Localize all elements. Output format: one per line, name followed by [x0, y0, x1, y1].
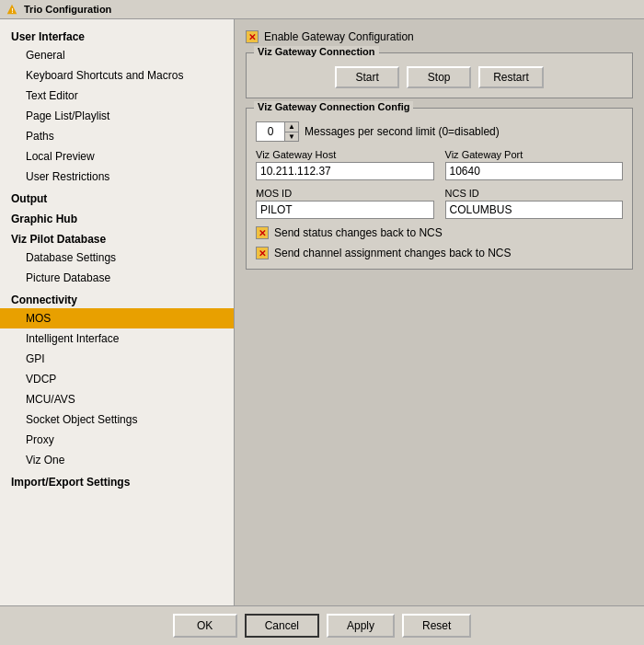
title-bar: ! Trio Configuration	[0, 0, 644, 19]
spinner-down-button[interactable]: ▼	[285, 132, 298, 142]
sidebar-section-header-output: Output	[0, 187, 234, 207]
sidebar-section-header-user-interface: User Interface	[0, 25, 234, 45]
connection-group: Viz Gateway Connection Start Stop Restar…	[246, 52, 633, 98]
sidebar-section-header-connectivity: Connectivity	[0, 288, 234, 308]
sidebar-item-gpi[interactable]: GPI	[0, 349, 234, 369]
channel-checkbox-label: Send channel assignment changes back to …	[274, 247, 512, 259]
mos-label: MOS ID	[256, 188, 434, 199]
host-input[interactable]	[256, 162, 434, 180]
cancel-button[interactable]: Cancel	[245, 614, 319, 638]
sidebar-item-page-list[interactable]: Page List/Playlist	[0, 106, 234, 126]
sidebar-section-header-import/export-settings: Import/Export Settings	[0, 470, 234, 490]
stop-button[interactable]: Stop	[407, 66, 471, 88]
sidebar-item-text-editor[interactable]: Text Editor	[0, 86, 234, 106]
ncs-label: NCS ID	[445, 188, 624, 199]
status-checkbox-label: Send status changes back to NCS	[274, 226, 443, 239]
sidebar-item-paths[interactable]: Paths	[0, 126, 234, 146]
sidebar-item-user-restrictions[interactable]: User Restrictions	[0, 167, 234, 187]
enable-gateway-label: Enable Gateway Configuration	[264, 30, 414, 43]
sidebar-item-picture-db[interactable]: Picture Database	[0, 268, 234, 288]
restart-button[interactable]: Restart	[478, 66, 544, 88]
ncs-input[interactable]	[445, 201, 624, 219]
host-label: Viz Gateway Host	[256, 149, 434, 160]
title-bar-label: Trio Configuration	[24, 4, 111, 15]
channel-checkbox-row: Send channel assignment changes back to …	[256, 247, 623, 259]
sidebar-item-vdcp[interactable]: VDCP	[0, 369, 234, 389]
enable-gateway-checkbox[interactable]	[246, 30, 259, 43]
connection-btn-row: Start Stop Restart	[256, 66, 623, 88]
sidebar-item-local-preview[interactable]: Local Preview	[0, 146, 234, 167]
sidebar-section-header-viz-pilot-database: Viz Pilot Database	[0, 227, 234, 248]
config-grid: Viz Gateway Host Viz Gateway Port MOS ID…	[256, 149, 623, 219]
port-field-group: Viz Gateway Port	[445, 149, 624, 180]
reset-button[interactable]: Reset	[402, 614, 471, 638]
mos-input[interactable]	[256, 201, 434, 219]
port-label: Viz Gateway Port	[445, 149, 624, 160]
config-group-title: Viz Gateway Connection Config	[254, 101, 413, 112]
status-checkbox[interactable]	[256, 226, 269, 239]
ok-button[interactable]: OK	[173, 614, 237, 638]
content-area: Enable Gateway Configuration Viz Gateway…	[235, 19, 644, 605]
sidebar-item-keyboard[interactable]: Keyboard Shortcuts and Macros	[0, 65, 234, 86]
sidebar-item-proxy[interactable]: Proxy	[0, 430, 234, 450]
mos-field-group: MOS ID	[256, 188, 434, 219]
sidebar-item-viz-one[interactable]: Viz One	[0, 450, 234, 470]
sidebar-section-header-graphic-hub: Graphic Hub	[0, 207, 234, 227]
spinner-up-button[interactable]: ▲	[285, 122, 298, 132]
bottom-bar: OK Cancel Apply Reset	[0, 605, 644, 645]
connection-group-title: Viz Gateway Connection	[254, 46, 379, 57]
sidebar-item-socket-object[interactable]: Socket Object Settings	[0, 409, 234, 430]
app-icon: !	[6, 3, 18, 16]
spinner-label: Messages per second limit (0=disabled)	[305, 125, 500, 138]
main-container: User InterfaceGeneralKeyboard Shortcuts …	[0, 19, 644, 605]
sidebar-item-db-settings[interactable]: Database Settings	[0, 248, 234, 268]
port-input[interactable]	[445, 162, 624, 180]
sidebar-item-mcu-avs[interactable]: MCU/AVS	[0, 389, 234, 409]
start-button[interactable]: Start	[335, 66, 399, 88]
spinner-container: ▲ ▼	[256, 121, 299, 142]
sidebar-item-intelligent-interface[interactable]: Intelligent Interface	[0, 328, 234, 349]
sidebar: User InterfaceGeneralKeyboard Shortcuts …	[0, 19, 235, 605]
apply-button[interactable]: Apply	[327, 614, 395, 638]
channel-checkbox[interactable]	[256, 247, 269, 259]
svg-text:!: !	[11, 7, 13, 14]
host-field-group: Viz Gateway Host	[256, 149, 434, 180]
ncs-field-group: NCS ID	[445, 188, 624, 219]
messages-per-second-input[interactable]	[257, 122, 284, 141]
sidebar-item-mos[interactable]: MOS	[0, 308, 234, 328]
status-checkbox-row: Send status changes back to NCS	[256, 226, 623, 239]
enable-row: Enable Gateway Configuration	[246, 30, 633, 43]
sidebar-item-general[interactable]: General	[0, 45, 234, 65]
spinner-row: ▲ ▼ Messages per second limit (0=disable…	[256, 121, 623, 142]
config-group: Viz Gateway Connection Config ▲ ▼ Messag…	[246, 108, 633, 270]
